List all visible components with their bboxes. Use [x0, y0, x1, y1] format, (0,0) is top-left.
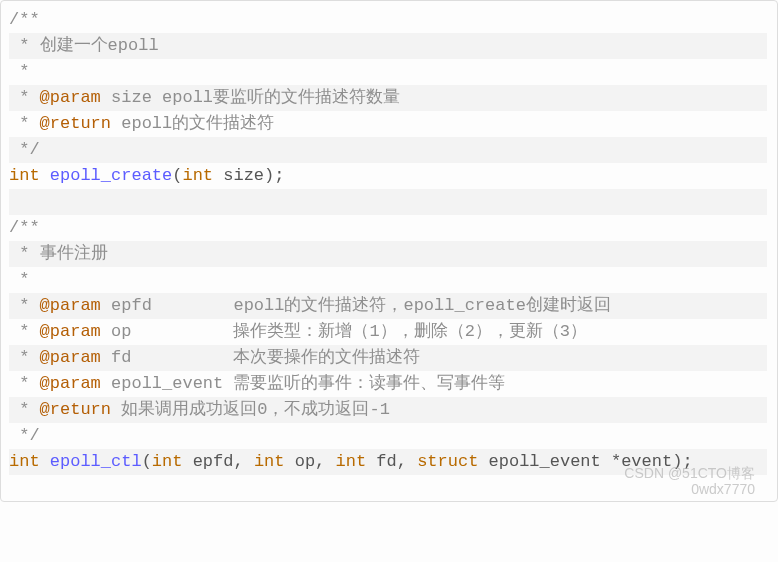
doc-param: * @param epfd epoll的文件描述符，epoll_create创建…: [9, 293, 767, 319]
code-block: /** * 创建一个epoll * * @param size epoll要监听…: [0, 0, 778, 502]
doc-open: /**: [9, 215, 767, 241]
doc-line: *: [9, 267, 767, 293]
blank-line: [9, 189, 767, 215]
func-signature-epoll-create: int epoll_create(int size);: [9, 163, 767, 189]
doc-param: * @param size epoll要监听的文件描述符数量: [9, 85, 767, 111]
doc-close: */: [9, 137, 767, 163]
doc-line: *: [9, 59, 767, 85]
doc-return: * @return epoll的文件描述符: [9, 111, 767, 137]
watermark: CSDN @51CTO博客 0wdx7770: [624, 465, 755, 497]
doc-line: * 事件注册: [9, 241, 767, 267]
doc-param: * @param epoll_event 需要监听的事件：读事件、写事件等: [9, 371, 767, 397]
doc-param: * @param fd 本次要操作的文件描述符: [9, 345, 767, 371]
doc-close: */: [9, 423, 767, 449]
doc-line: * 创建一个epoll: [9, 33, 767, 59]
doc-param: * @param op 操作类型：新增（1），删除（2），更新（3）: [9, 319, 767, 345]
doc-return: * @return 如果调用成功返回0，不成功返回-1: [9, 397, 767, 423]
doc-open: /**: [9, 7, 767, 33]
